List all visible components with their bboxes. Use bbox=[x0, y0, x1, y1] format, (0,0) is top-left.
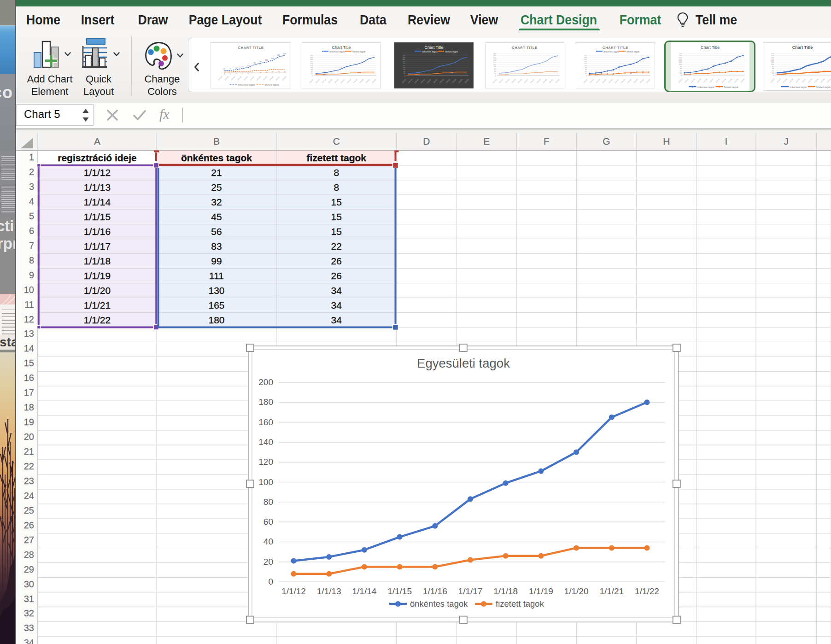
svg-text:1/1/13: 1/1/13 bbox=[317, 586, 341, 596]
svg-text:40: 40 bbox=[263, 537, 273, 546]
svg-text:1/1/12: 1/1/12 bbox=[281, 586, 306, 596]
svg-text:20: 20 bbox=[263, 557, 273, 567]
svg-text:önkéntes tagok: önkéntes tagok bbox=[410, 599, 468, 609]
svg-text:0: 0 bbox=[268, 577, 273, 586]
svg-text:80: 80 bbox=[263, 497, 273, 507]
svg-text:1/1/15: 1/1/15 bbox=[387, 586, 412, 596]
svg-text:200: 200 bbox=[258, 377, 273, 387]
svg-text:60: 60 bbox=[263, 517, 273, 527]
svg-text:fizetett tagok: fizetett tagok bbox=[496, 599, 544, 609]
svg-text:180: 180 bbox=[258, 397, 273, 407]
svg-text:1/1/22: 1/1/22 bbox=[635, 586, 659, 596]
svg-text:160: 160 bbox=[258, 417, 273, 427]
svg-text:1/1/14: 1/1/14 bbox=[352, 586, 376, 596]
svg-text:1/1/16: 1/1/16 bbox=[423, 586, 447, 596]
svg-text:1/1/19: 1/1/19 bbox=[529, 586, 553, 596]
svg-text:1/1/21: 1/1/21 bbox=[599, 586, 624, 596]
svg-text:100: 100 bbox=[258, 477, 273, 487]
svg-text:Egyesületi tagok: Egyesületi tagok bbox=[417, 356, 510, 370]
svg-text:1/1/18: 1/1/18 bbox=[493, 586, 518, 596]
svg-text:1/1/17: 1/1/17 bbox=[458, 586, 483, 596]
svg-text:140: 140 bbox=[258, 437, 273, 447]
svg-text:120: 120 bbox=[258, 457, 273, 467]
svg-text:1/1/20: 1/1/20 bbox=[564, 586, 589, 596]
